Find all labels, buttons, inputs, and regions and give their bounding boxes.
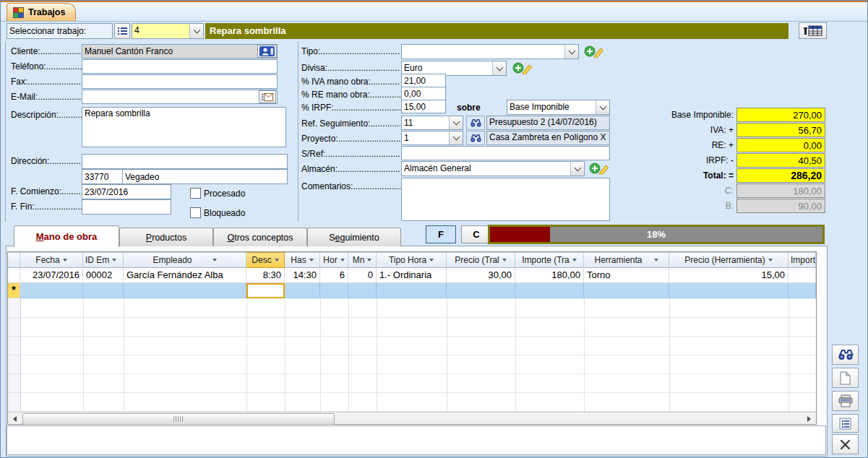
col-header-precio-herramienta[interactable]: Precio (Herramienta) xyxy=(669,252,788,268)
search-button[interactable] xyxy=(832,345,859,365)
new-cell-id-em[interactable] xyxy=(83,283,124,298)
contact-button[interactable] xyxy=(257,45,277,58)
irpf-sobre-combo[interactable]: Base Imponible xyxy=(507,100,610,115)
grid-corner-header[interactable] xyxy=(8,252,20,268)
direccion-input[interactable] xyxy=(82,154,288,169)
scrollbar-thumb[interactable] xyxy=(22,413,335,425)
procesado-checkbox[interactable] xyxy=(190,188,201,199)
col-header-desc[interactable]: Desc xyxy=(246,252,285,268)
new-cell-precio-trabajador[interactable] xyxy=(447,283,515,298)
ref-seguimiento-combo[interactable]: 11 xyxy=(401,116,463,130)
almacen-label: Almacén:................................… xyxy=(301,164,400,175)
ref-seguimiento-search-button[interactable] xyxy=(466,116,485,130)
almacen-dropdown[interactable] xyxy=(570,162,584,176)
sref-input[interactable] xyxy=(401,146,610,160)
new-cell-herramienta[interactable] xyxy=(584,283,669,298)
email-input[interactable] xyxy=(82,90,278,104)
tab-otros-conceptos[interactable]: Otros conceptos xyxy=(213,228,307,246)
cell-has[interactable]: 14:30 xyxy=(285,268,320,283)
scroll-right-button[interactable] xyxy=(803,413,815,424)
almacen-combo[interactable]: Almacén General xyxy=(401,161,585,176)
irpf-input[interactable] xyxy=(401,100,446,113)
cell-desc[interactable]: 8:30 xyxy=(246,268,285,283)
cp-input[interactable] xyxy=(82,169,123,184)
f-button[interactable]: F xyxy=(426,225,456,243)
new-cell-fecha[interactable] xyxy=(20,283,83,298)
new-cell-importe-herramienta[interactable] xyxy=(788,283,816,298)
trabajos-window: Trabajos Seleccionar trabajo: 4 Repara s… xyxy=(0,0,868,458)
cell-precio-herramienta[interactable]: 15,00 xyxy=(669,268,788,283)
re-mo-input[interactable] xyxy=(401,87,446,100)
tab-productos[interactable]: Productos xyxy=(119,228,213,246)
print-button[interactable] xyxy=(832,391,859,411)
comentarios-textarea[interactable] xyxy=(401,178,610,221)
f-comienzo-input[interactable] xyxy=(82,184,171,199)
c-button[interactable]: C xyxy=(461,225,491,243)
close-button[interactable] xyxy=(832,434,859,454)
notes-list-button[interactable] xyxy=(832,414,859,433)
new-cell-empleado[interactable] xyxy=(124,283,246,298)
cliente-input[interactable] xyxy=(82,44,278,59)
col-header-precio-trabajador[interactable]: Precio (Tral xyxy=(447,252,515,268)
cell-importe-herramienta[interactable] xyxy=(788,268,816,283)
total-label: Total: = xyxy=(625,170,734,181)
row-selector[interactable] xyxy=(8,268,20,283)
job-list-button[interactable] xyxy=(114,23,130,39)
divisa-edit-button[interactable] xyxy=(510,61,537,75)
cell-precio-trabajador[interactable]: 30,00 xyxy=(447,268,515,283)
job-number-combo[interactable]: 4 xyxy=(132,23,204,39)
col-header-herramienta[interactable]: Herramienta xyxy=(584,252,669,268)
datasheet-view-button[interactable] xyxy=(799,22,827,39)
cell-id-em[interactable]: 00002 xyxy=(83,268,124,283)
cell-hor[interactable]: 6 xyxy=(320,268,348,283)
col-header-tipo-hora[interactable]: Tipo Hora xyxy=(377,252,447,268)
tipo-dropdown[interactable] xyxy=(564,45,578,59)
bloqueado-checkbox[interactable] xyxy=(190,207,201,218)
ciudad-input[interactable] xyxy=(122,169,288,184)
tab-mano-de-obra[interactable]: Mano de obra xyxy=(14,225,119,247)
cell-mn[interactable]: 0 xyxy=(348,268,377,283)
grid-horizontal-scrollbar[interactable] xyxy=(8,412,816,424)
new-cell-hor[interactable] xyxy=(320,283,348,298)
col-header-id-em[interactable]: ID Em xyxy=(83,252,124,268)
f-fin-input[interactable] xyxy=(82,199,171,215)
iva-mo-input[interactable] xyxy=(401,74,446,87)
tipo-edit-button[interactable] xyxy=(581,44,609,59)
new-cell-tipo-hora[interactable] xyxy=(377,283,447,298)
new-record-button[interactable] xyxy=(832,368,859,388)
tab-trabajos[interactable]: Trabajos xyxy=(7,3,76,21)
new-cell-precio-herramienta[interactable] xyxy=(669,283,788,298)
col-header-empleado[interactable]: Empleado xyxy=(124,252,246,268)
new-cell-has[interactable] xyxy=(285,283,320,298)
job-number-dropdown[interactable] xyxy=(189,24,203,38)
tab-seguimiento[interactable]: Seguimiento xyxy=(307,228,401,246)
proyecto-dropdown[interactable] xyxy=(449,131,463,144)
new-row-selector[interactable]: * xyxy=(8,283,20,298)
tipo-combo[interactable] xyxy=(401,44,579,59)
email-button[interactable] xyxy=(259,90,276,103)
cell-empleado[interactable]: García Fernández Alba xyxy=(124,268,246,283)
divisa-dropdown[interactable] xyxy=(492,61,506,75)
proyecto-combo[interactable]: 1 xyxy=(401,131,463,145)
new-cell-mn[interactable] xyxy=(348,283,377,298)
cell-herramienta[interactable]: Torno xyxy=(584,268,669,283)
telefono-input[interactable] xyxy=(82,59,278,74)
scroll-left-button[interactable] xyxy=(9,413,21,424)
proyecto-search-button[interactable] xyxy=(466,131,485,145)
col-header-mn[interactable]: Mn xyxy=(348,252,377,268)
new-cell-importe-trabajador[interactable] xyxy=(515,283,584,298)
new-cell-desc-focused[interactable] xyxy=(246,283,285,298)
col-header-fecha[interactable]: Fecha xyxy=(20,252,83,268)
almacen-edit-button[interactable] xyxy=(588,161,612,176)
cell-tipo-hora[interactable]: 1.- Ordinaria xyxy=(377,268,447,283)
irpf-sobre-dropdown[interactable] xyxy=(596,100,609,114)
col-header-has[interactable]: Has xyxy=(285,252,320,268)
col-header-hor[interactable]: Hor xyxy=(320,252,348,268)
col-header-importe-trabajador[interactable]: Importe (Tra xyxy=(515,252,584,268)
ref-seguimiento-dropdown[interactable] xyxy=(449,116,463,129)
cell-fecha[interactable]: 23/07/2016 xyxy=(20,268,83,283)
cell-importe-trabajador[interactable]: 180,00 xyxy=(515,268,584,283)
descripcion-textarea[interactable]: Repara sombrilla xyxy=(82,107,286,147)
fax-input[interactable] xyxy=(82,74,278,89)
col-header-importe-herramienta[interactable]: Import xyxy=(788,252,816,268)
